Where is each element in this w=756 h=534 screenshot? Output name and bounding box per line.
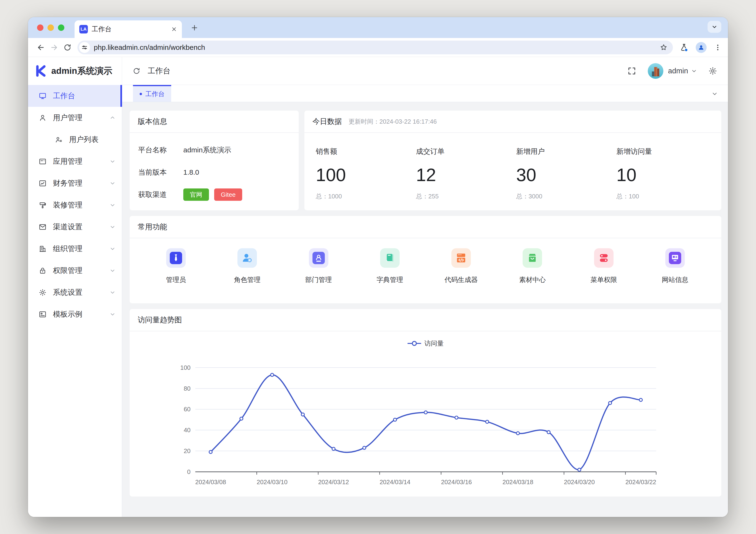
official-site-button[interactable]: 官网 — [183, 188, 209, 201]
url-text[interactable]: php.likeadmin.cn/admin/workbench — [94, 43, 656, 51]
book-icon — [380, 248, 400, 268]
sidebar-item-template-examples[interactable]: 模板示例 — [28, 303, 122, 325]
sidebar-item-decoration-management[interactable]: 装修管理 — [28, 194, 122, 216]
forward-button[interactable] — [47, 41, 61, 54]
line-chart-canvas: 0204060801002024/03/082024/03/102024/03/… — [137, 350, 714, 492]
quick-item-admin[interactable]: 管理员 — [158, 248, 194, 303]
minimize-window-button[interactable] — [47, 24, 54, 31]
quick-item-code-generator[interactable]: 代码生成器 — [443, 248, 479, 303]
quick-item-label: 菜单权限 — [590, 275, 617, 284]
svg-text:2024/03/16: 2024/03/16 — [441, 479, 472, 485]
svg-text:0: 0 — [187, 468, 190, 475]
bookmark-star-icon[interactable] — [660, 43, 668, 51]
quick-item-material-center[interactable]: 素材中心 — [515, 248, 550, 303]
tabs-dropdown-icon[interactable] — [711, 91, 718, 97]
stat-new-users: 新增用户 30 总：3000 — [516, 147, 616, 200]
sidebar-item-label: 应用管理 — [53, 156, 103, 166]
page-tab-workbench[interactable]: 工作台 — [133, 85, 171, 102]
page-title: 工作台 — [148, 66, 171, 76]
gitee-button[interactable]: Gitee — [214, 188, 242, 201]
refresh-icon[interactable] — [132, 67, 141, 75]
main-area: 工作台 admin 工作台 — [122, 57, 728, 517]
card-title: 常用功能 — [130, 216, 721, 238]
site-settings-button[interactable] — [79, 42, 90, 53]
quick-item-menu-permissions[interactable]: 菜单权限 — [586, 248, 622, 303]
close-window-button[interactable] — [37, 24, 43, 31]
sidebar-item-organization-management[interactable]: 组织管理 — [28, 238, 122, 260]
sidebar-item-channel-settings[interactable]: 渠道设置 — [28, 216, 122, 238]
quick-item-label: 代码生成器 — [445, 275, 478, 284]
chevron-down-icon — [711, 24, 717, 30]
sidebar-item-user-management[interactable]: 用户管理 — [28, 107, 122, 129]
fullscreen-icon[interactable] — [627, 67, 636, 75]
app-window-icon — [39, 157, 47, 166]
sidebar-item-label: 模板示例 — [53, 309, 103, 319]
chart-legend[interactable]: 访问量 — [130, 338, 721, 348]
svg-text:2024/03/12: 2024/03/12 — [318, 479, 349, 485]
template-icon — [39, 310, 47, 318]
browser-menu-kebab-icon[interactable] — [714, 43, 722, 51]
chevron-down-icon — [109, 311, 116, 317]
user-name[interactable]: admin — [668, 67, 688, 75]
sidebar-item-system-settings[interactable]: 系统设置 — [28, 281, 122, 303]
finance-chart-icon — [39, 179, 47, 188]
quick-item-label: 素材中心 — [519, 275, 546, 284]
stat-total: 总：255 — [416, 192, 516, 200]
tab-search-button[interactable] — [708, 21, 721, 33]
browser-tab-strip: LA 工作台 — [28, 17, 728, 38]
zoom-window-button[interactable] — [58, 24, 64, 31]
tab-close-icon[interactable] — [171, 26, 177, 32]
chevron-down-icon[interactable] — [691, 68, 697, 74]
user-avatar[interactable] — [648, 63, 663, 79]
address-bar[interactable]: php.likeadmin.cn/admin/workbench — [77, 40, 673, 54]
sidebar-item-label: 用户管理 — [53, 113, 103, 123]
new-tab-button[interactable] — [189, 22, 200, 33]
quick-item-role-management[interactable]: 角色管理 — [230, 248, 265, 303]
back-button[interactable] — [34, 41, 47, 54]
svg-text:2024/03/18: 2024/03/18 — [502, 479, 533, 485]
user-icon — [39, 114, 47, 122]
site-favicon: LA — [79, 25, 88, 34]
svg-text:2024/03/14: 2024/03/14 — [380, 479, 411, 485]
sidebar-item-user-list[interactable]: 用户列表 — [28, 129, 122, 150]
stat-label: 成交订单 — [416, 147, 516, 156]
browser-tab[interactable]: LA 工作台 — [74, 20, 182, 38]
sidebar-item-permission-management[interactable]: 权限管理 — [28, 260, 122, 281]
sidebar-item-app-management[interactable]: 应用管理 — [28, 150, 122, 172]
version-info-body: 平台名称 admin系统演示 当前版本 1.8.0 获取渠道 官网 Gitee — [130, 133, 299, 212]
sidebar-item-finance-management[interactable]: 财务管理 — [28, 172, 122, 194]
svg-text:100: 100 — [180, 364, 190, 371]
chevron-down-icon — [109, 180, 116, 186]
reload-button[interactable] — [61, 41, 74, 54]
stat-total: 总：1000 — [316, 192, 416, 200]
admin-app: admin系统演示 工作台 用户管理 用户列表 应用管理 — [28, 57, 728, 517]
sidebar-item-workbench[interactable]: 工作台 — [28, 85, 122, 107]
header-right-cluster: admin — [627, 63, 717, 79]
legend-line-marker-icon — [407, 340, 421, 347]
source-channel-row: 获取渠道 官网 Gitee — [138, 188, 290, 201]
stat-label: 新增访问量 — [616, 147, 716, 156]
stat-value: 30 — [516, 165, 616, 185]
tune-icon — [81, 44, 88, 51]
browser-profile-button[interactable] — [696, 42, 707, 53]
quick-item-dictionary-management[interactable]: 字典管理 — [372, 248, 408, 303]
forward-arrow-icon — [50, 43, 58, 52]
card-title: 版本信息 — [130, 111, 299, 133]
code-window-icon — [451, 248, 471, 268]
quick-item-label: 部门管理 — [305, 275, 332, 284]
field-value: admin系统演示 — [183, 145, 231, 155]
quick-item-department-management[interactable]: 部门管理 — [301, 248, 337, 303]
stat-value: 10 — [616, 165, 716, 185]
card-header: 今日数据 更新时间：2024-03-22 16:17:46 — [304, 111, 721, 133]
field-label: 当前版本 — [138, 168, 183, 177]
id-card-icon — [309, 248, 328, 268]
sidebar-item-label: 组织管理 — [53, 244, 103, 254]
settings-gear-icon[interactable] — [708, 66, 717, 76]
content-area: 版本信息 平台名称 admin系统演示 当前版本 1.8.0 获 — [122, 102, 728, 517]
experiments-flask-icon[interactable] — [680, 43, 688, 52]
today-stats: 销售额 100 总：1000 成交订单 12 总：255 新增用户 — [304, 133, 721, 200]
avatar-photo — [648, 63, 663, 79]
chevron-down-icon — [109, 246, 116, 252]
stat-value: 12 — [416, 165, 516, 185]
quick-item-website-info[interactable]: 网站信息 — [657, 248, 693, 303]
